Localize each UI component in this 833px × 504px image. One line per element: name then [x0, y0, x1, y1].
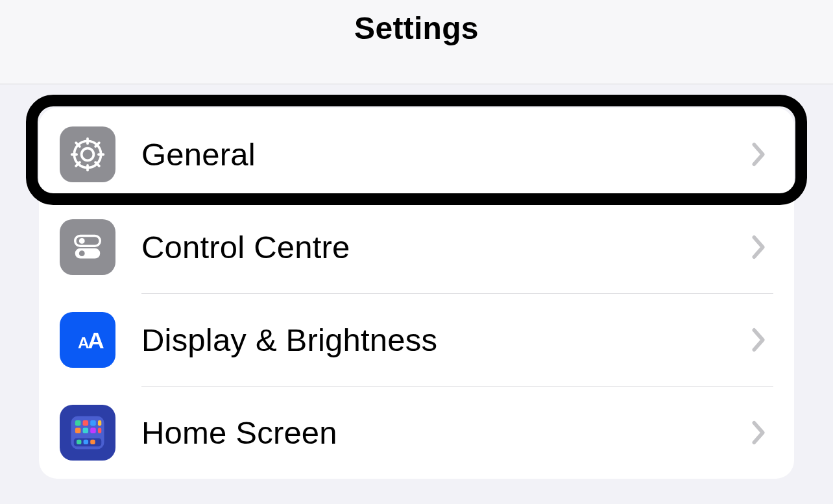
- row-label-home-screen: Home Screen: [141, 414, 750, 451]
- svg-point-0: [82, 148, 94, 160]
- svg-point-11: [79, 238, 85, 244]
- settings-header: Settings: [0, 0, 833, 84]
- app-grid-icon: [60, 405, 115, 461]
- svg-rect-26: [77, 439, 81, 444]
- svg-rect-10: [75, 235, 101, 246]
- row-label-display-brightness: Display & Brightness: [141, 322, 750, 358]
- toggles-icon: [60, 219, 115, 275]
- page-title: Settings: [354, 10, 479, 46]
- svg-text:A: A: [88, 328, 104, 354]
- svg-rect-19: [90, 420, 96, 426]
- svg-rect-21: [75, 427, 81, 433]
- svg-point-9: [74, 141, 101, 167]
- settings-row-control-centre[interactable]: Control Centre: [39, 200, 794, 293]
- chevron-right-icon: [750, 235, 768, 259]
- svg-rect-20: [98, 420, 101, 426]
- settings-row-display-brightness[interactable]: A A Display & Brightness: [39, 293, 794, 386]
- svg-rect-22: [83, 427, 89, 433]
- svg-rect-17: [75, 420, 81, 426]
- text-size-icon: A A: [60, 312, 115, 368]
- chevron-right-icon: [750, 328, 768, 352]
- chevron-right-icon: [750, 142, 768, 167]
- settings-row-general[interactable]: General: [39, 108, 794, 200]
- svg-rect-28: [90, 439, 95, 444]
- row-divider: [141, 293, 773, 294]
- gear-icon: [60, 126, 115, 182]
- svg-rect-23: [90, 427, 96, 433]
- chevron-right-icon: [750, 420, 768, 445]
- svg-rect-27: [84, 439, 88, 444]
- row-label-control-centre: Control Centre: [141, 229, 750, 265]
- svg-rect-18: [83, 420, 89, 426]
- svg-rect-12: [75, 248, 101, 258]
- settings-row-home-screen[interactable]: Home Screen: [39, 386, 794, 479]
- svg-rect-24: [98, 427, 101, 433]
- row-divider: [141, 386, 773, 387]
- row-label-general: General: [141, 136, 750, 173]
- svg-point-13: [79, 250, 85, 256]
- settings-list: General Control Centre A A D: [39, 108, 794, 479]
